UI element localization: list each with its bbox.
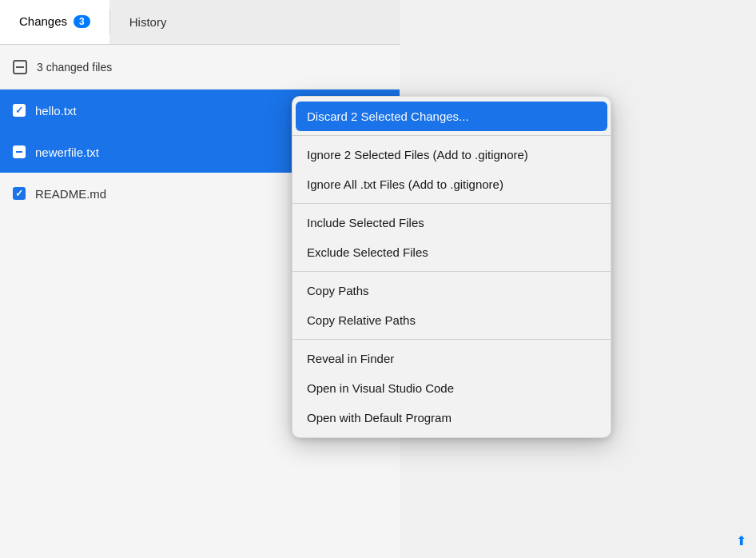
files-header: 3 changed files bbox=[0, 45, 400, 90]
tab-changes[interactable]: Changes 3 bbox=[0, 0, 109, 44]
file-name-newerfile: newerfile.txt bbox=[35, 145, 99, 159]
menu-item-include-selected[interactable]: Include Selected Files bbox=[292, 208, 611, 237]
select-all-icon[interactable] bbox=[13, 60, 27, 74]
context-menu: Discard 2 Selected Changes... Ignore 2 S… bbox=[292, 96, 611, 438]
check-icon: ✓ bbox=[15, 189, 23, 198]
file-checkbox-newerfile[interactable] bbox=[13, 145, 26, 158]
menu-separator-4 bbox=[292, 339, 611, 340]
menu-item-open-default[interactable]: Open with Default Program bbox=[292, 403, 611, 432]
menu-item-copy-relative-paths[interactable]: Copy Relative Paths bbox=[292, 305, 611, 335]
changed-files-count: 3 changed files bbox=[37, 61, 112, 74]
menu-item-open-vscode[interactable]: Open in Visual Studio Code bbox=[292, 373, 611, 403]
tab-changes-label: Changes bbox=[19, 14, 67, 28]
check-icon: ✓ bbox=[15, 106, 23, 115]
tab-changes-badge: 3 bbox=[74, 15, 90, 28]
menu-item-copy-paths[interactable]: Copy Paths bbox=[292, 276, 611, 305]
file-name-readme: README.md bbox=[35, 187, 106, 201]
menu-separator-3 bbox=[292, 271, 611, 272]
menu-item-ignore-selected[interactable]: Ignore 2 Selected Files (Add to .gitigno… bbox=[292, 140, 611, 169]
menu-separator-2 bbox=[292, 203, 611, 204]
file-checkbox-readme[interactable]: ✓ bbox=[13, 187, 26, 200]
menu-separator-1 bbox=[292, 135, 611, 136]
scroll-indicator: ⬆ bbox=[736, 533, 746, 548]
tab-bar: Changes 3 History bbox=[0, 0, 400, 45]
tab-history-label: History bbox=[129, 15, 167, 29]
menu-item-ignore-all-txt[interactable]: Ignore All .txt Files (Add to .gitignore… bbox=[292, 169, 611, 199]
file-name-hello: hello.txt bbox=[35, 104, 77, 118]
menu-item-exclude-selected[interactable]: Exclude Selected Files bbox=[292, 237, 611, 267]
file-checkbox-hello[interactable]: ✓ bbox=[13, 104, 26, 117]
menu-item-reveal-finder[interactable]: Reveal in Finder bbox=[292, 344, 611, 373]
menu-item-discard[interactable]: Discard 2 Selected Changes... bbox=[296, 102, 607, 131]
tab-history[interactable]: History bbox=[110, 0, 186, 44]
